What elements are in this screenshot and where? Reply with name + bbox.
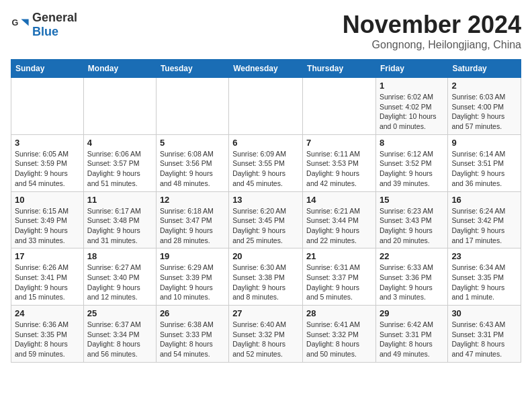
calendar-cell: 14Sunrise: 6:21 AM Sunset: 3:44 PM Dayli… <box>303 191 376 248</box>
weekday-header: Saturday <box>448 60 521 78</box>
svg-text:G: G <box>11 18 18 28</box>
day-info: Sunrise: 6:08 AM Sunset: 3:56 PM Dayligh… <box>160 149 225 189</box>
calendar-cell: 19Sunrise: 6:29 AM Sunset: 3:39 PM Dayli… <box>156 248 228 306</box>
day-number: 1 <box>380 81 444 91</box>
day-number: 19 <box>160 251 225 261</box>
day-number: 16 <box>451 195 517 205</box>
calendar-cell: 12Sunrise: 6:18 AM Sunset: 3:47 PM Dayli… <box>156 191 228 248</box>
calendar-cell: 2Sunrise: 6:03 AM Sunset: 4:00 PM Daylig… <box>448 78 521 135</box>
calendar-cell: 27Sunrise: 6:40 AM Sunset: 3:32 PM Dayli… <box>229 306 303 363</box>
weekday-header: Friday <box>375 60 447 78</box>
day-info: Sunrise: 6:06 AM Sunset: 3:57 PM Dayligh… <box>87 149 152 189</box>
day-info: Sunrise: 6:14 AM Sunset: 3:51 PM Dayligh… <box>451 149 517 189</box>
day-info: Sunrise: 6:40 AM Sunset: 3:32 PM Dayligh… <box>232 320 299 359</box>
calendar-cell <box>83 78 156 135</box>
day-info: Sunrise: 6:24 AM Sunset: 3:42 PM Dayligh… <box>451 206 517 246</box>
day-number: 29 <box>380 308 444 318</box>
day-info: Sunrise: 6:38 AM Sunset: 3:33 PM Dayligh… <box>160 320 225 359</box>
calendar-cell: 4Sunrise: 6:06 AM Sunset: 3:57 PM Daylig… <box>83 134 156 191</box>
calendar-cell: 23Sunrise: 6:34 AM Sunset: 3:35 PM Dayli… <box>448 248 521 306</box>
day-number: 22 <box>380 251 444 261</box>
day-number: 12 <box>160 195 225 205</box>
day-info: Sunrise: 6:03 AM Sunset: 4:00 PM Dayligh… <box>451 92 517 132</box>
calendar-cell: 29Sunrise: 6:42 AM Sunset: 3:31 PM Dayli… <box>375 306 447 363</box>
day-number: 13 <box>232 195 299 205</box>
calendar-cell: 16Sunrise: 6:24 AM Sunset: 3:42 PM Dayli… <box>448 191 521 248</box>
logo-icon: G <box>11 15 30 34</box>
main-title: November 2024 <box>343 11 521 39</box>
day-number: 5 <box>160 138 225 148</box>
calendar-cell: 25Sunrise: 6:37 AM Sunset: 3:34 PM Dayli… <box>83 306 156 363</box>
day-number: 9 <box>451 138 517 148</box>
day-number: 8 <box>380 138 444 148</box>
day-number: 27 <box>232 308 299 318</box>
calendar-cell: 1Sunrise: 6:02 AM Sunset: 4:02 PM Daylig… <box>375 78 447 135</box>
title-section: November 2024 Gongnong, Heilongjiang, Ch… <box>343 11 521 51</box>
calendar-cell: 17Sunrise: 6:26 AM Sunset: 3:41 PM Dayli… <box>11 248 84 306</box>
day-info: Sunrise: 6:43 AM Sunset: 3:31 PM Dayligh… <box>451 320 517 359</box>
day-number: 15 <box>380 195 444 205</box>
calendar-cell: 28Sunrise: 6:41 AM Sunset: 3:32 PM Dayli… <box>303 306 376 363</box>
calendar-cell: 10Sunrise: 6:15 AM Sunset: 3:49 PM Dayli… <box>11 191 84 248</box>
day-number: 30 <box>451 308 517 318</box>
weekday-header: Wednesday <box>229 60 303 78</box>
logo: G General Blue <box>11 11 77 39</box>
calendar-cell: 24Sunrise: 6:36 AM Sunset: 3:35 PM Dayli… <box>11 306 84 363</box>
day-info: Sunrise: 6:41 AM Sunset: 3:32 PM Dayligh… <box>306 320 372 359</box>
weekday-header: Monday <box>83 60 156 78</box>
weekday-header: Sunday <box>11 60 84 78</box>
day-info: Sunrise: 6:26 AM Sunset: 3:41 PM Dayligh… <box>15 263 80 302</box>
day-number: 3 <box>15 138 80 148</box>
svg-marker-1 <box>21 19 28 26</box>
calendar-cell: 22Sunrise: 6:33 AM Sunset: 3:36 PM Dayli… <box>375 248 447 306</box>
calendar-cell: 13Sunrise: 6:20 AM Sunset: 3:45 PM Dayli… <box>229 191 303 248</box>
calendar-cell: 18Sunrise: 6:27 AM Sunset: 3:40 PM Dayli… <box>83 248 156 306</box>
weekday-header: Thursday <box>303 60 376 78</box>
calendar-cell: 9Sunrise: 6:14 AM Sunset: 3:51 PM Daylig… <box>448 134 521 191</box>
calendar-cell <box>11 78 84 135</box>
calendar-cell <box>303 78 376 135</box>
day-info: Sunrise: 6:37 AM Sunset: 3:34 PM Dayligh… <box>87 320 152 359</box>
calendar-cell: 15Sunrise: 6:23 AM Sunset: 3:43 PM Dayli… <box>375 191 447 248</box>
day-number: 10 <box>15 195 80 205</box>
calendar-cell: 11Sunrise: 6:17 AM Sunset: 3:48 PM Dayli… <box>83 191 156 248</box>
calendar-cell: 6Sunrise: 6:09 AM Sunset: 3:55 PM Daylig… <box>229 134 303 191</box>
day-number: 17 <box>15 251 80 261</box>
day-info: Sunrise: 6:18 AM Sunset: 3:47 PM Dayligh… <box>160 206 225 246</box>
day-info: Sunrise: 6:09 AM Sunset: 3:55 PM Dayligh… <box>232 149 299 189</box>
calendar-cell: 5Sunrise: 6:08 AM Sunset: 3:56 PM Daylig… <box>156 134 228 191</box>
day-number: 26 <box>160 308 225 318</box>
calendar-cell: 26Sunrise: 6:38 AM Sunset: 3:33 PM Dayli… <box>156 306 228 363</box>
calendar-table: SundayMondayTuesdayWednesdayThursdayFrid… <box>11 59 521 363</box>
subtitle: Gongnong, Heilongjiang, China <box>343 39 521 51</box>
day-info: Sunrise: 6:34 AM Sunset: 3:35 PM Dayligh… <box>451 263 517 302</box>
calendar-cell: 8Sunrise: 6:12 AM Sunset: 3:52 PM Daylig… <box>375 134 447 191</box>
day-number: 2 <box>451 81 517 91</box>
day-info: Sunrise: 6:27 AM Sunset: 3:40 PM Dayligh… <box>87 263 152 302</box>
calendar-cell <box>156 78 228 135</box>
day-info: Sunrise: 6:20 AM Sunset: 3:45 PM Dayligh… <box>232 206 299 246</box>
day-info: Sunrise: 6:12 AM Sunset: 3:52 PM Dayligh… <box>380 149 444 189</box>
calendar-cell: 3Sunrise: 6:05 AM Sunset: 3:59 PM Daylig… <box>11 134 84 191</box>
day-number: 4 <box>87 138 152 148</box>
day-number: 18 <box>87 251 152 261</box>
logo-general: General <box>32 11 77 24</box>
day-number: 11 <box>87 195 152 205</box>
page-header: G General Blue November 2024 Gongnong, H… <box>11 11 521 51</box>
day-info: Sunrise: 6:02 AM Sunset: 4:02 PM Dayligh… <box>380 92 444 132</box>
day-number: 25 <box>87 308 152 318</box>
day-info: Sunrise: 6:29 AM Sunset: 3:39 PM Dayligh… <box>160 263 225 302</box>
calendar-cell: 30Sunrise: 6:43 AM Sunset: 3:31 PM Dayli… <box>448 306 521 363</box>
day-number: 20 <box>232 251 299 261</box>
day-info: Sunrise: 6:36 AM Sunset: 3:35 PM Dayligh… <box>15 320 80 359</box>
day-info: Sunrise: 6:31 AM Sunset: 3:37 PM Dayligh… <box>306 263 372 302</box>
day-info: Sunrise: 6:23 AM Sunset: 3:43 PM Dayligh… <box>380 206 444 246</box>
day-number: 6 <box>232 138 299 148</box>
day-number: 24 <box>15 308 80 318</box>
day-info: Sunrise: 6:30 AM Sunset: 3:38 PM Dayligh… <box>232 263 299 302</box>
day-info: Sunrise: 6:17 AM Sunset: 3:48 PM Dayligh… <box>87 206 152 246</box>
day-info: Sunrise: 6:21 AM Sunset: 3:44 PM Dayligh… <box>306 206 372 246</box>
calendar-cell: 7Sunrise: 6:11 AM Sunset: 3:53 PM Daylig… <box>303 134 376 191</box>
day-info: Sunrise: 6:11 AM Sunset: 3:53 PM Dayligh… <box>306 149 372 189</box>
day-number: 14 <box>306 195 372 205</box>
